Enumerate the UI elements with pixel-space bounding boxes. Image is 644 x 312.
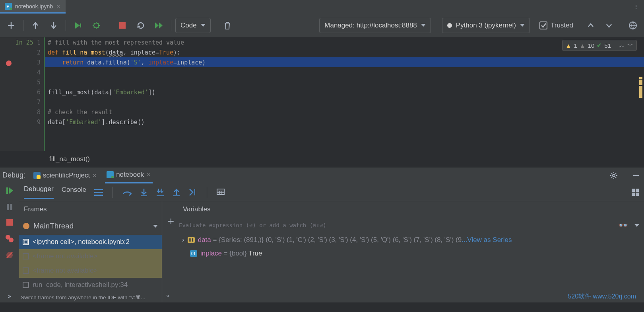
prev-highlight-icon[interactable]: ︿ (619, 42, 625, 49)
code-line: fill_na_most(data['Embarked']) (45, 87, 644, 97)
console-tab[interactable]: Console (62, 186, 86, 199)
step-over-button[interactable] (122, 188, 132, 196)
add-watch-button[interactable]: + (164, 201, 178, 260)
cell-type-dropdown[interactable]: Code (175, 18, 211, 33)
svg-rect-26 (217, 189, 224, 195)
trusted-toggle[interactable]: Trusted (539, 21, 573, 29)
code-area[interactable]: # fill with the most represented value d… (44, 37, 644, 151)
step-out-button[interactable] (173, 188, 180, 197)
mute-breakpoints-button[interactable] (5, 251, 14, 259)
divider (66, 20, 66, 31)
restart-button[interactable] (133, 18, 149, 33)
file-tab-label: notebook.ipynb (15, 3, 53, 10)
chevron-down-icon (153, 225, 158, 228)
debug-config-tab-active[interactable]: notebook ✕ (105, 168, 153, 183)
thread-selector[interactable]: MainThread (19, 217, 162, 235)
more-arrow-icon[interactable]: » (166, 292, 169, 301)
server-dropdown[interactable]: Managed: http://localhost:8888 (319, 18, 431, 33)
file-tab[interactable]: IP notebook.ipynb ✕ (0, 0, 66, 14)
svg-rect-20 (94, 192, 103, 193)
svg-rect-38 (190, 238, 191, 242)
stack-frame[interactable]: run_code, interactiveshell.py:34 (19, 278, 162, 292)
server-label: Managed: http://localhost:8888 (324, 21, 417, 29)
watch-input[interactable]: Evaluate expression (⏎) or add a watch (… (179, 222, 614, 228)
resume-button[interactable] (5, 186, 14, 195)
breakpoints-button[interactable] (5, 234, 14, 243)
stop-button[interactable] (6, 219, 13, 226)
variable-row[interactable]: 01 inplace = {bool} True (178, 247, 644, 260)
add-cell-button[interactable] (3, 18, 19, 33)
chevron-down-icon (520, 24, 525, 27)
debug-config-tab[interactable]: scientificProject ✕ (32, 168, 99, 183)
stack-frame[interactable]: <frame not available> (19, 263, 162, 278)
move-up-button[interactable] (27, 18, 43, 33)
next-highlight-icon[interactable]: ﹀ (627, 42, 633, 49)
watermark: 520软件 www.520rj.com (568, 292, 636, 301)
svg-text:IP: IP (6, 4, 10, 9)
svg-point-10 (613, 174, 615, 177)
more-button[interactable]: » (8, 293, 11, 299)
close-icon[interactable]: ✕ (146, 172, 151, 178)
jupyter-icon: IP (5, 3, 12, 10)
delete-button[interactable] (219, 18, 235, 33)
watch-input-row[interactable]: Evaluate expression (⏎) or add a watch (… (178, 217, 644, 233)
chevron-down-icon[interactable] (634, 224, 639, 227)
stack-frame[interactable]: <ipython cell>, notebook.ipynb:2 (19, 235, 162, 249)
kernel-dropdown[interactable]: Python 3 (ipykernel) (442, 18, 530, 33)
checkbox-icon (539, 21, 547, 29)
evaluate-button[interactable] (217, 189, 225, 196)
close-icon[interactable]: ✕ (56, 3, 61, 10)
chevron-down-icon (421, 24, 426, 27)
prev-cell-button[interactable] (583, 18, 599, 33)
jupyter-icon (107, 171, 114, 178)
gutter: In 25 1 2 3 4 5 6 7 8 9 (0, 37, 44, 151)
output-area: fill_na_most() (0, 151, 644, 167)
step-into-my-button[interactable] (156, 188, 165, 197)
svg-rect-25 (194, 189, 195, 195)
svg-point-2 (10, 8, 12, 10)
glasses-icon[interactable]: 👓 (618, 220, 630, 230)
output-text: fill_na_most() (49, 155, 90, 163)
layout-button[interactable] (631, 188, 639, 196)
browser-icon[interactable] (625, 18, 641, 33)
debug-controls: » (0, 183, 19, 302)
trusted-label: Trusted (551, 21, 573, 29)
breakpoint-icon[interactable] (6, 60, 12, 66)
svg-rect-11 (633, 175, 639, 176)
code-line: def fill_na_most(data, inplace=True): (45, 47, 644, 57)
editor-tabs-bar: IP notebook.ipynb ✕ ⋮ (0, 0, 644, 14)
svg-rect-27 (632, 189, 635, 192)
python-icon (33, 172, 41, 179)
series-icon (188, 237, 195, 243)
debug-cell-button[interactable] (88, 18, 104, 33)
move-down-button[interactable] (46, 18, 62, 33)
svg-rect-28 (636, 189, 639, 192)
thread-icon (23, 223, 29, 229)
stop-button[interactable] (114, 18, 130, 33)
run-to-cursor-button[interactable] (188, 188, 197, 197)
close-icon[interactable]: ✕ (92, 172, 97, 179)
inspection-summary[interactable]: ▲1 ▲10 ✔51 ︿ ﹀ (562, 40, 637, 51)
kernel-label: Python 3 (ipykernel) (456, 21, 516, 29)
step-into-button[interactable] (140, 188, 148, 197)
minimize-icon[interactable] (628, 168, 644, 183)
kernel-status-icon (447, 23, 452, 28)
stack-frame[interactable]: <frame not available> (19, 249, 162, 263)
svg-rect-37 (189, 238, 190, 242)
debugger-tab[interactable]: Debugger (24, 185, 54, 199)
code-editor[interactable]: In 25 1 2 3 4 5 6 7 8 9 # fill with the … (0, 37, 644, 151)
more-icon[interactable]: ⋮ (628, 0, 644, 14)
frame-icon (22, 238, 29, 246)
run-cell-button[interactable] (70, 18, 86, 33)
svg-rect-32 (24, 240, 27, 244)
gear-icon[interactable] (606, 168, 622, 183)
run-all-button[interactable] (151, 18, 167, 33)
frames-header: Frames (19, 201, 162, 217)
svg-rect-33 (23, 254, 29, 259)
debug-title: Debug: (2, 171, 25, 179)
threads-icon[interactable] (94, 189, 103, 196)
pause-button[interactable] (6, 203, 14, 211)
variable-row[interactable]: › data = {Series: (891,)} (0, 'S') (1, '… (178, 233, 644, 247)
next-cell-button[interactable] (601, 18, 617, 33)
svg-rect-19 (94, 189, 103, 190)
